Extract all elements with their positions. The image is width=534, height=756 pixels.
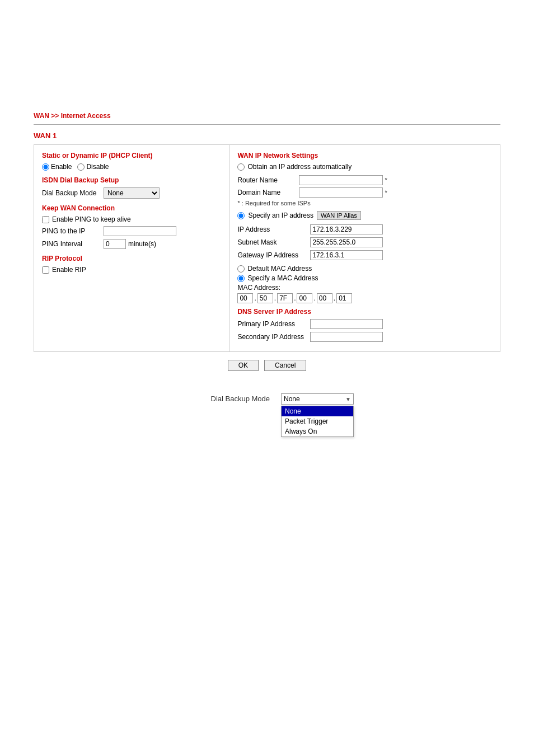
domain-name-asterisk: * bbox=[385, 189, 387, 196]
specify-mac-row[interactable]: Specify a MAC Address bbox=[237, 274, 492, 282]
disable-label: Disable bbox=[86, 163, 109, 171]
ping-interval-row: PING Interval minute(s) bbox=[42, 239, 221, 249]
minutes-label: minute(s) bbox=[128, 240, 156, 248]
subnet-mask-row: Subnet Mask bbox=[237, 237, 492, 247]
default-mac-row[interactable]: Default MAC Address bbox=[237, 265, 492, 273]
mac-field-5[interactable] bbox=[317, 293, 332, 303]
secondary-dns-input[interactable] bbox=[310, 332, 383, 342]
static-section-title: Static or Dynamic IP (DHCP Client) bbox=[42, 152, 221, 159]
ip-address-label: IP Address bbox=[237, 226, 310, 233]
dropdown-demo-label: Dial Backup Mode bbox=[180, 395, 270, 403]
dial-backup-row: Dial Backup Mode None Packet Trigger Alw… bbox=[42, 187, 221, 199]
gateway-input[interactable] bbox=[310, 250, 383, 260]
obtain-auto-label: Obtain an IP address automatically bbox=[247, 163, 352, 171]
isdn-section-title: ISDN Dial Backup Setup bbox=[42, 176, 221, 184]
primary-dns-row: Primary IP Address bbox=[237, 319, 492, 329]
mac-field-1[interactable] bbox=[237, 293, 253, 303]
default-mac-radio[interactable] bbox=[237, 265, 245, 273]
enable-ping-label: Enable PING to keep alive bbox=[52, 215, 131, 223]
dropdown-list: None Packet Trigger Always On bbox=[281, 406, 354, 437]
note-text: * : Required for some ISPs bbox=[237, 200, 492, 206]
mac-inputs: . . . . . bbox=[237, 293, 492, 303]
enable-disable-row: Enable Disable bbox=[42, 163, 221, 171]
wan-ip-title: WAN IP Network Settings bbox=[237, 152, 492, 159]
button-row: OK Cancel bbox=[34, 360, 500, 371]
router-name-label: Router Name bbox=[237, 176, 299, 184]
dropdown-option-packet-trigger[interactable]: Packet Trigger bbox=[282, 416, 353, 426]
dial-backup-label: Dial Backup Mode bbox=[42, 189, 104, 197]
wan-title: WAN 1 bbox=[34, 132, 500, 140]
default-mac-label: Default MAC Address bbox=[247, 265, 312, 273]
right-panel: WAN IP Network Settings Obtain an IP add… bbox=[229, 145, 500, 351]
gateway-row: Gateway IP Address bbox=[237, 250, 492, 260]
mac-field-4[interactable] bbox=[297, 293, 312, 303]
domain-name-row: Domain Name * bbox=[237, 187, 492, 198]
specify-ip-radio[interactable] bbox=[237, 212, 245, 219]
dial-backup-dropdown[interactable]: None Packet Trigger Always On bbox=[104, 187, 160, 199]
router-name-input[interactable] bbox=[299, 175, 383, 185]
enable-ping-row[interactable]: Enable PING to keep alive bbox=[42, 215, 221, 223]
dns-section: DNS Server IP Address Primary IP Address… bbox=[237, 308, 492, 342]
cancel-button[interactable]: Cancel bbox=[264, 360, 306, 371]
left-panel: Static or Dynamic IP (DHCP Client) Enabl… bbox=[34, 145, 229, 351]
obtain-auto-radio[interactable] bbox=[237, 163, 245, 171]
obtain-auto-row[interactable]: Obtain an IP address automatically bbox=[237, 163, 492, 171]
enable-radio[interactable] bbox=[42, 163, 49, 171]
dropdown-current-value: None bbox=[284, 395, 345, 403]
primary-dns-label: Primary IP Address bbox=[237, 320, 310, 328]
enable-label: Enable bbox=[51, 163, 72, 171]
specify-mac-label: Specify a MAC Address bbox=[247, 274, 318, 282]
gateway-label: Gateway IP Address bbox=[237, 251, 310, 259]
divider bbox=[34, 124, 500, 125]
specify-label: Specify an IP address bbox=[248, 212, 313, 219]
wan-ip-alias-button[interactable]: WAN IP Alias bbox=[317, 211, 361, 220]
enable-ping-checkbox[interactable] bbox=[42, 216, 49, 223]
mac-field-3[interactable] bbox=[277, 293, 293, 303]
disable-radio-item[interactable]: Disable bbox=[77, 163, 109, 171]
enable-radio-item[interactable]: Enable bbox=[42, 163, 72, 171]
secondary-dns-label: Secondary IP Address bbox=[237, 333, 310, 341]
specify-mac-radio[interactable] bbox=[237, 275, 245, 282]
keep-wan-section-title: Keep WAN Connection bbox=[42, 204, 221, 212]
ping-ip-input[interactable] bbox=[104, 226, 176, 236]
ok-button[interactable]: OK bbox=[228, 360, 259, 371]
ping-interval-label: PING Interval bbox=[42, 240, 104, 248]
subnet-mask-input[interactable] bbox=[310, 237, 383, 247]
dropdown-arrow-icon: ▼ bbox=[345, 396, 351, 402]
disable-radio[interactable] bbox=[77, 163, 85, 171]
enable-rip-row[interactable]: Enable RIP bbox=[42, 266, 221, 274]
dropdown-option-none[interactable]: None bbox=[282, 406, 353, 416]
dropdown-demo-header[interactable]: None ▼ bbox=[281, 393, 354, 405]
enable-rip-checkbox[interactable] bbox=[42, 266, 49, 274]
specify-row: Specify an IP address WAN IP Alias bbox=[237, 211, 492, 220]
secondary-dns-row: Secondary IP Address bbox=[237, 332, 492, 342]
primary-dns-input[interactable] bbox=[310, 319, 383, 329]
dns-title: DNS Server IP Address bbox=[237, 308, 492, 316]
mac-field-6[interactable] bbox=[336, 293, 352, 303]
ip-address-row: IP Address bbox=[237, 224, 492, 234]
ping-interval-input[interactable] bbox=[104, 239, 126, 249]
mac-field-2[interactable] bbox=[257, 293, 273, 303]
mac-section: Default MAC Address Specify a MAC Addres… bbox=[237, 265, 492, 303]
subnet-mask-label: Subnet Mask bbox=[237, 238, 310, 246]
ip-address-input[interactable] bbox=[310, 224, 383, 234]
domain-name-label: Domain Name bbox=[237, 189, 299, 196]
main-panel: Static or Dynamic IP (DHCP Client) Enabl… bbox=[34, 144, 500, 352]
rip-section-title: RIP Protocol bbox=[42, 255, 221, 262]
breadcrumb: WAN >> Internet Access bbox=[34, 112, 500, 120]
ping-ip-row: PING to the IP bbox=[42, 226, 221, 236]
dropdown-demo-area: Dial Backup Mode None ▼ None Packet Trig… bbox=[34, 393, 500, 405]
dropdown-option-always-on[interactable]: Always On bbox=[282, 426, 353, 436]
breadcrumb-text: WAN >> Internet Access bbox=[34, 112, 111, 120]
router-name-asterisk: * bbox=[385, 177, 387, 184]
dropdown-popup-container: None ▼ None Packet Trigger Always On bbox=[281, 393, 354, 405]
enable-rip-label: Enable RIP bbox=[52, 266, 86, 274]
mac-address-label: MAC Address: bbox=[237, 284, 492, 292]
router-name-row: Router Name * bbox=[237, 175, 492, 185]
ping-to-ip-label: PING to the IP bbox=[42, 227, 104, 235]
domain-name-input[interactable] bbox=[299, 187, 383, 198]
